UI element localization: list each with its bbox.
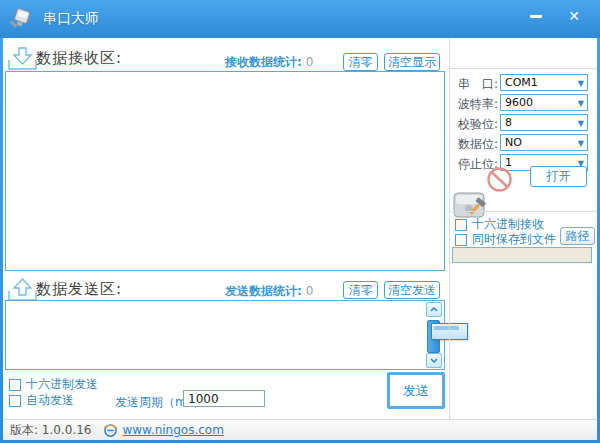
auto-send-row: 自动发送 <box>9 392 74 409</box>
send-textarea[interactable] <box>5 300 445 370</box>
minimize-button[interactable] <box>520 4 552 28</box>
minimize-icon <box>530 15 542 18</box>
receive-section-title: 数据接收区: <box>36 49 122 68</box>
panel-divider <box>449 38 450 419</box>
titlebar: 串口大师 ✕ <box>0 0 600 38</box>
parity-select[interactable]: 8▼ <box>500 114 588 131</box>
serial-plug-icon <box>9 7 35 31</box>
baud-label: 波特率: <box>458 96 498 113</box>
send-section-title: 数据发送区: <box>36 280 122 299</box>
open-port-button[interactable]: 打开 <box>530 166 587 187</box>
chevron-down-icon: ▼ <box>578 99 584 108</box>
settings-top-divider <box>450 68 597 69</box>
hex-send-row: 十六进制发送 <box>9 376 98 393</box>
close-icon: ✕ <box>568 8 580 24</box>
databits-select[interactable]: NO▼ <box>500 134 588 151</box>
auto-send-checkbox[interactable] <box>9 395 21 407</box>
receive-stats-value: 0 <box>306 55 314 69</box>
chevron-down-icon: ▼ <box>578 139 584 148</box>
window-title: 串口大师 <box>43 10 99 28</box>
arrow-up-tray-icon <box>8 278 37 301</box>
scroll-up-button[interactable] <box>426 302 442 317</box>
save-file-checkbox[interactable] <box>455 234 467 246</box>
content-area: 数据接收区: 接收数据统计:0 清零 清空显示 数据发送区: 发送数据统计:0 … <box>3 38 597 440</box>
save-file-row: 同时保存到文件 <box>455 231 556 248</box>
receive-textarea[interactable] <box>5 71 445 271</box>
close-button[interactable]: ✕ <box>558 4 590 28</box>
send-stats-label: 发送数据统计: <box>225 284 302 298</box>
save-file-label: 同时保存到文件 <box>472 231 556 248</box>
receive-stats: 接收数据统计:0 <box>225 54 313 71</box>
hex-send-checkbox[interactable] <box>9 379 21 391</box>
save-path-input[interactable] <box>452 247 592 263</box>
settings-bottom-divider <box>450 211 597 212</box>
chevron-down-icon: ▼ <box>578 79 584 88</box>
scroll-down-button[interactable] <box>426 353 442 368</box>
app-window: 串口大师 ✕ 数据接收区: 接收数据统计:0 清零 清空显示 数据发送区: 发送… <box>0 0 600 443</box>
port-select[interactable]: COM1▼ <box>500 74 588 91</box>
databits-label: 数据位: <box>458 136 498 153</box>
chevron-down-icon: ▼ <box>578 119 584 128</box>
send-stats-value: 0 <box>306 284 314 298</box>
hex-receive-checkbox[interactable] <box>455 219 467 231</box>
port-label: 串 口: <box>458 76 498 93</box>
receive-clear-display-button[interactable]: 清空显示 <box>384 53 440 71</box>
send-clear-send-button[interactable]: 清空发送 <box>384 281 440 299</box>
version-text: 版本: 1.0.0.16 <box>10 422 91 439</box>
chevron-up-icon <box>430 307 438 312</box>
auto-send-label: 自动发送 <box>26 392 74 409</box>
baud-select[interactable]: 9600▼ <box>500 94 588 111</box>
chevron-down-icon <box>430 358 438 363</box>
send-button[interactable]: 发送 <box>387 372 445 409</box>
path-button[interactable]: 路径 <box>560 227 595 245</box>
send-period-input[interactable] <box>183 390 265 407</box>
disk-hammer-icon <box>453 189 491 219</box>
ie-icon <box>103 423 118 438</box>
website-link[interactable]: www.ningos.com <box>122 423 223 437</box>
parity-label: 校验位: <box>458 116 498 133</box>
statusbar: 版本: 1.0.0.16 www.ningos.com <box>3 419 597 440</box>
hex-send-label: 十六进制发送 <box>26 376 98 393</box>
send-clear-button[interactable]: 清零 <box>343 281 378 299</box>
receive-stats-label: 接收数据统计: <box>225 55 302 69</box>
receive-clear-button[interactable]: 清零 <box>343 53 378 71</box>
arrow-down-tray-icon <box>8 47 37 70</box>
send-stats: 发送数据统计:0 <box>225 283 313 300</box>
scrollbar-tooltip-bar <box>434 326 459 330</box>
